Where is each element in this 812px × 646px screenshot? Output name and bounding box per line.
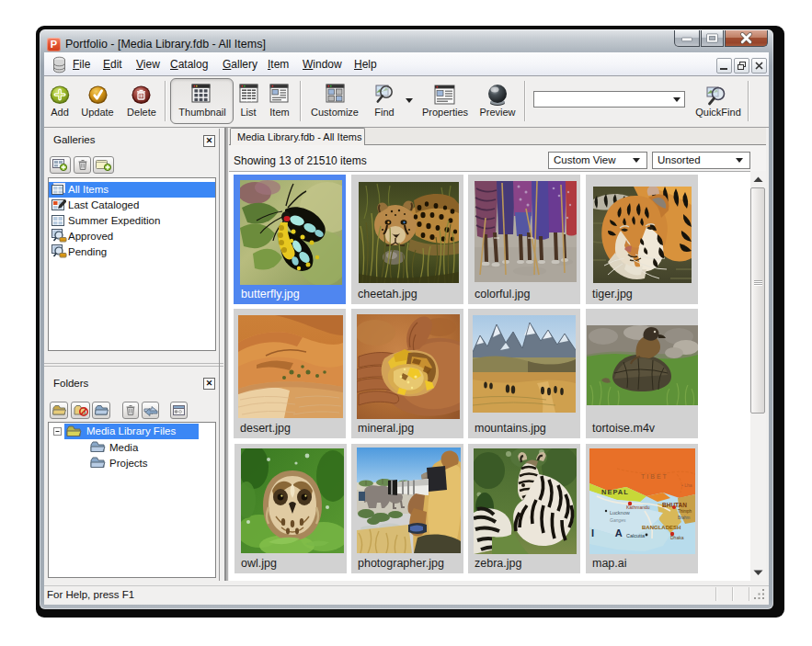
svg-text:Lucknow: Lucknow <box>610 510 630 516</box>
svg-text:NEPAL: NEPAL <box>601 488 629 496</box>
svg-text:Calcutta: Calcutta <box>626 533 646 538</box>
svg-text:Thimph: Thimph <box>678 509 692 514</box>
svg-text:• Lha: • Lha <box>681 482 692 488</box>
svg-text:Ganges: Ganges <box>610 517 626 523</box>
svg-text:Brahm: Brahm <box>678 516 691 520</box>
svg-text:TIBET: TIBET <box>641 473 669 480</box>
svg-text:BANGLADESH: BANGLADESH <box>642 525 680 530</box>
